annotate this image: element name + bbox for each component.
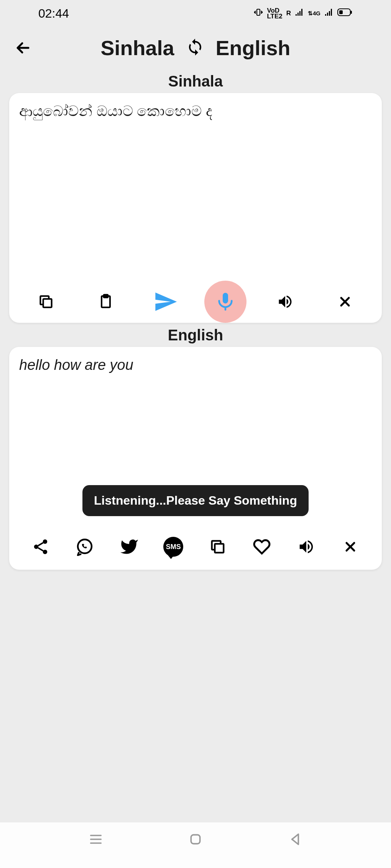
sms-button[interactable]: SMS: [151, 537, 196, 557]
swap-icon[interactable]: [186, 38, 204, 58]
whatsapp-button[interactable]: [63, 538, 107, 556]
vibrate-icon: [254, 8, 263, 19]
speaker-target-button[interactable]: [284, 538, 329, 556]
svg-point-9: [43, 550, 48, 554]
send-button[interactable]: [136, 289, 196, 314]
status-right: VoDLTE2 R ⇅4G: [254, 8, 353, 20]
clear-button[interactable]: [315, 294, 375, 309]
svg-rect-2: [351, 11, 352, 14]
source-lang-label[interactable]: Sinhala: [100, 36, 174, 60]
system-nav-bar: [0, 822, 391, 868]
svg-rect-0: [257, 9, 260, 15]
listening-toast: Listnening...Please Say Something: [82, 485, 309, 516]
clear-target-button[interactable]: [329, 539, 373, 554]
favorite-button[interactable]: [240, 538, 284, 556]
mic-button[interactable]: [196, 281, 255, 323]
target-lang-label[interactable]: English: [216, 36, 291, 60]
status-bar: 02:44 VoDLTE2 R ⇅4G: [0, 0, 391, 27]
header: Sinhala English: [0, 27, 391, 69]
target-card: hello how are you Listnening...Please Sa…: [9, 347, 382, 570]
speaker-button[interactable]: [255, 293, 315, 310]
svg-rect-3: [339, 10, 343, 14]
back-nav-button[interactable]: [288, 832, 303, 848]
target-share-row: SMS: [9, 524, 382, 570]
svg-rect-12: [191, 835, 200, 843]
home-button[interactable]: [188, 832, 203, 848]
back-button[interactable]: [12, 39, 34, 57]
svg-point-8: [34, 544, 39, 549]
source-actions: [9, 281, 382, 323]
svg-point-7: [43, 539, 48, 544]
language-swap-header: Sinhala English: [34, 36, 356, 60]
paste-button[interactable]: [76, 293, 136, 310]
recent-apps-button[interactable]: [88, 832, 104, 848]
copy-target-button[interactable]: [196, 538, 240, 556]
share-button[interactable]: [18, 538, 63, 556]
signal-icon-1: [295, 8, 304, 19]
source-text[interactable]: ආයුබෝවන් ඔයාට කොහොම ද: [9, 93, 382, 281]
target-section-label: English: [0, 327, 391, 344]
battery-icon: [337, 8, 353, 19]
status-time: 02:44: [38, 7, 69, 21]
svg-point-10: [78, 539, 92, 553]
source-section-label: Sinhala: [0, 73, 391, 90]
svg-rect-11: [215, 544, 223, 553]
signal-icon-2: [324, 8, 334, 19]
source-card: ආයුබෝවන් ඔයාට කොහොම ද: [9, 93, 382, 323]
copy-button[interactable]: [16, 293, 76, 310]
svg-rect-4: [43, 299, 52, 307]
twitter-button[interactable]: [107, 537, 151, 556]
